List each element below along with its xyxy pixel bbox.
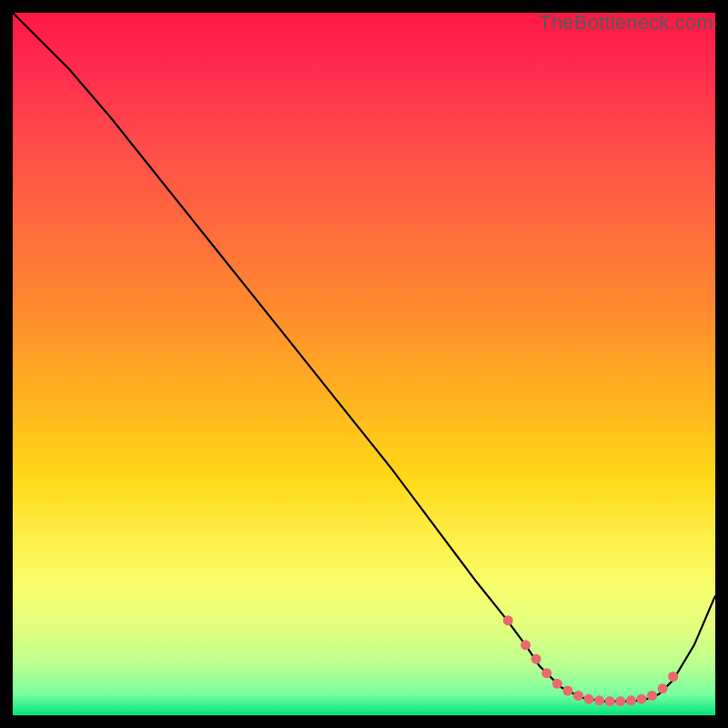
plot-area: TheBottleneck.com — [13, 13, 715, 715]
marker-dot — [562, 686, 572, 696]
curve-layer — [13, 13, 715, 715]
marker-dot — [647, 691, 657, 701]
marker-dot — [503, 615, 513, 625]
chart-frame: TheBottleneck.com — [13, 13, 715, 715]
marker-dot — [658, 683, 668, 693]
marker-dot — [594, 695, 604, 705]
marker-dot — [605, 696, 615, 706]
marker-dot — [552, 679, 562, 689]
bottleneck-curve — [13, 13, 715, 702]
marker-dot — [541, 668, 551, 678]
marker-dot — [573, 691, 583, 701]
marker-dot — [636, 694, 646, 704]
marker-dot — [531, 654, 541, 664]
marker-dot — [626, 695, 636, 705]
marker-dot — [668, 672, 678, 682]
marker-dot — [521, 640, 531, 650]
marker-dot — [584, 694, 594, 704]
marker-dot — [615, 696, 625, 706]
